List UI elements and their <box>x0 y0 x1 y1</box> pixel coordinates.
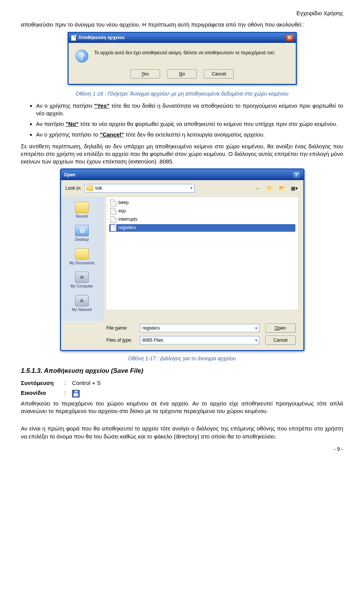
network-icon: 🖧 <box>75 295 89 306</box>
documents-icon <box>75 248 89 260</box>
file-item-selected[interactable]: registers <box>109 224 295 232</box>
page-header-right: Εγχειρίδιο Χρήσης <box>21 9 343 17</box>
views-icon[interactable]: ▦▾ <box>290 184 299 192</box>
paragraph-after-bullets: Σε αντίθετη περίπτωση, δηλαδή αν δεν υπά… <box>21 143 343 166</box>
dialog-title: Αποθήκευση αρχείου <box>78 35 125 41</box>
file-icon <box>110 199 116 206</box>
desktop-icon: 🖥 <box>75 225 89 236</box>
figure-caption-2: Οθόνη 1-17 : Διάλογος για το άνοιγμα αρχ… <box>21 355 343 362</box>
document-icon <box>71 35 76 41</box>
places-computer[interactable]: 🖳 My Computer <box>61 272 103 289</box>
dialog-title: Open <box>64 172 76 178</box>
open-button[interactable]: Open <box>265 324 296 333</box>
page-number: - 9 - <box>21 446 343 453</box>
list-item: Αν πατήσει "No" τότε το νέο αρχείο θα φο… <box>36 120 343 128</box>
floppy-icon <box>72 390 80 397</box>
open-dialog-toolbar: Look in: tsik ← 📁 📂 ▦▾ <box>61 180 303 196</box>
help-icon[interactable]: ? <box>293 171 300 178</box>
file-icon <box>110 225 116 231</box>
cancel-button[interactable]: Cancel <box>265 336 296 345</box>
file-name-input[interactable]: registers <box>140 324 259 332</box>
file-type-combo[interactable]: 8085 Files <box>140 336 259 344</box>
dialog-message: Το αρχείο αυτό δεν έχει αποθηκευτεί ακόμ… <box>94 50 275 56</box>
file-type-label: Files of type: <box>107 337 137 343</box>
file-name-label: File name: <box>107 325 137 331</box>
folder-icon <box>86 185 93 191</box>
file-icon <box>110 216 116 223</box>
paragraph-top: αποθηκεύσει πριν το άνοιγμα του νέου αρχ… <box>21 21 343 28</box>
new-folder-icon[interactable]: 📂 <box>278 184 287 192</box>
places-recent[interactable]: Recent <box>61 202 103 219</box>
dialog-titlebar: Αποθήκευση αρχείου ✕ <box>69 33 296 43</box>
open-file-dialog: Open ? Look in: tsik ← 📁 📂 ▦▾ Recent 🖥 D… <box>60 168 304 351</box>
look-in-value: tsik <box>96 185 102 191</box>
back-icon[interactable]: ← <box>254 184 262 192</box>
paragraph-save-2: Αν είναι η πρώτη φορά που θα αποθηκευτεί… <box>21 425 343 440</box>
recent-icon <box>75 202 89 213</box>
cancel-button[interactable]: Cancel <box>204 69 234 79</box>
computer-icon: 🖳 <box>75 272 89 283</box>
file-list[interactable]: beep equ interrupts registers <box>106 196 299 310</box>
places-desktop[interactable]: 🖥 Desktop <box>61 225 103 242</box>
yes-button[interactable]: Yes <box>130 69 160 79</box>
file-item[interactable]: beep <box>109 199 295 207</box>
list-item: Αν ο χρήστης πατήσει "Yes" τότε θα του δ… <box>36 102 343 118</box>
list-item: Αν ο χρήστης πατήσει το "Cancel" τότε δε… <box>36 131 343 138</box>
question-icon: ? <box>75 50 88 63</box>
file-item[interactable]: equ <box>109 207 295 215</box>
icon-row: Εικονίδιο : <box>21 389 343 397</box>
places-bar: Recent 🖥 Desktop My Documents 🖳 My Compu… <box>61 196 104 322</box>
look-in-combo[interactable]: tsik <box>85 184 195 192</box>
save-confirm-dialog: Αποθήκευση αρχείου ✕ ? Το αρχείο αυτό δε… <box>67 32 297 85</box>
paragraph-save-1: Αποθηκεύει το περιεχόμενο του χώρου κειμ… <box>21 400 343 415</box>
file-icon <box>110 208 116 215</box>
bullet-list: Αν ο χρήστης πατήσει "Yes" τότε θα του δ… <box>36 102 343 139</box>
no-button[interactable]: No <box>167 69 197 79</box>
close-icon[interactable]: ✕ <box>286 35 293 41</box>
file-item[interactable]: interrupts <box>109 216 295 223</box>
shortcut-row: Συντόμευση : Control + S <box>21 379 343 387</box>
dialog-titlebar: Open ? <box>61 170 303 180</box>
places-documents[interactable]: My Documents <box>61 248 103 266</box>
figure-caption-1: Οθόνη 1-16 : Πλήκτρο 'Άνοιγμα αρχείου' μ… <box>21 90 343 97</box>
places-network[interactable]: 🖧 My Network <box>61 295 103 313</box>
look-in-label: Look in: <box>66 185 82 191</box>
up-folder-icon[interactable]: 📁 <box>266 184 275 192</box>
section-heading: 1.5.1.3. Αποθήκευση αρχείου (Save File) <box>21 367 343 375</box>
